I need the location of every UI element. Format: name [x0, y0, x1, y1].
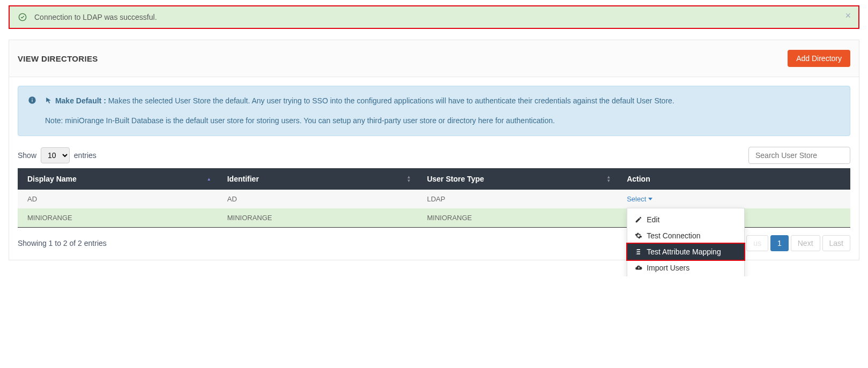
gear-icon — [635, 232, 642, 239]
showing-text: Showing 1 to 2 of 2 entries — [18, 239, 107, 247]
page-title: VIEW DIRECTORIES — [18, 54, 98, 63]
table-controls: Show 10 entries — [18, 147, 850, 164]
cell-identifier: MINIORANGE — [218, 208, 418, 228]
make-default-text: Makes the selected User Store the defaul… — [108, 96, 674, 105]
select-action-link[interactable]: Select — [627, 195, 652, 203]
sort-icon: ▲▼ — [407, 175, 411, 183]
page-last[interactable]: Last — [822, 235, 850, 251]
info-note: Note: miniOrange In-Built Database is th… — [45, 115, 674, 126]
page-1[interactable]: 1 — [770, 235, 789, 251]
check-circle-icon — [18, 13, 27, 21]
cell-display-name: MINIORANGE — [18, 208, 218, 228]
menu-test-attribute-mapping[interactable]: Test Attribute Mapping — [626, 243, 745, 261]
menu-import-users[interactable]: Import Users — [627, 260, 744, 276]
chevron-down-icon — [648, 198, 652, 200]
action-dropdown-menu: Edit Test Connection Test Attribute Mapp… — [627, 208, 745, 276]
entries-label: entries — [74, 151, 97, 160]
add-directory-button[interactable]: Add Directory — [788, 50, 850, 67]
cloud-upload-icon — [635, 264, 642, 272]
show-entries: Show 10 entries — [18, 147, 97, 163]
page-previous[interactable]: us — [746, 235, 768, 251]
alert-message: Connection to LDAP was successful. — [34, 13, 157, 21]
mapping-icon — [635, 248, 642, 256]
col-action: Action — [617, 168, 850, 190]
cell-user-store-type: MINIORANGE — [417, 208, 617, 228]
info-icon — [28, 95, 36, 127]
alert-success: Connection to LDAP was successful. × — [9, 5, 859, 29]
col-display-name[interactable]: Display Name ▲ — [18, 168, 218, 190]
table-row: AD AD LDAP Select — [18, 190, 850, 208]
search-input[interactable] — [748, 147, 850, 164]
menu-edit[interactable]: Edit — [627, 212, 744, 228]
sort-icon: ▲ — [207, 177, 211, 181]
menu-test-connection[interactable]: Test Connection — [627, 228, 744, 244]
cell-action: Select Edit T — [617, 190, 850, 208]
col-user-store-type[interactable]: User Store Type ▲▼ — [417, 168, 617, 190]
edit-icon — [635, 216, 642, 223]
panel-header: VIEW DIRECTORIES Add Directory — [9, 40, 859, 77]
col-identifier[interactable]: Identifier ▲▼ — [218, 168, 418, 190]
page-size-select[interactable]: 10 — [41, 147, 70, 163]
pointer-icon — [45, 95, 52, 107]
show-label: Show — [18, 151, 36, 160]
page-next[interactable]: Next — [791, 235, 820, 251]
cell-user-store-type: LDAP — [417, 190, 617, 208]
cell-display-name: AD — [18, 190, 218, 208]
table-header-row: Display Name ▲ Identifier ▲▼ User Store … — [18, 168, 850, 190]
info-box: Make Default : Makes the selected User S… — [18, 86, 850, 136]
cell-identifier: AD — [218, 190, 418, 208]
info-content: Make Default : Makes the selected User S… — [45, 95, 674, 127]
user-store-table: Display Name ▲ Identifier ▲▼ User Store … — [18, 168, 850, 228]
svg-rect-2 — [32, 100, 32, 102]
close-icon[interactable]: × — [845, 11, 851, 20]
svg-rect-3 — [32, 98, 32, 99]
make-default-label: Make Default : — [55, 96, 106, 105]
view-directories-panel: VIEW DIRECTORIES Add Directory Make Defa… — [9, 40, 859, 260]
sort-icon: ▲▼ — [606, 175, 611, 183]
panel-body: Make Default : Makes the selected User S… — [9, 77, 859, 260]
menu-make-default[interactable]: Make Default — [627, 276, 744, 276]
action-dropdown-wrap: Select Edit T — [627, 195, 841, 203]
